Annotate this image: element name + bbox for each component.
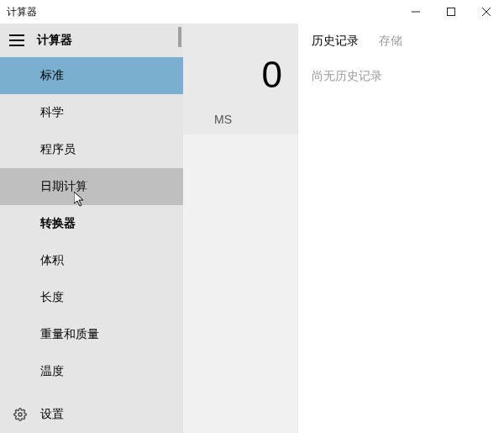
window-controls <box>398 0 504 24</box>
menu-label: 日期计算 <box>40 179 87 194</box>
svg-point-7 <box>18 413 22 416</box>
mode-programmer[interactable]: 程序员 <box>0 131 183 168</box>
titlebar: 计算器 <box>0 0 504 24</box>
sidebar-scrollbar[interactable] <box>176 24 183 433</box>
settings-label: 设置 <box>34 407 64 422</box>
tab-memory[interactable]: 存储 <box>379 34 402 49</box>
hamburger-icon[interactable] <box>0 24 34 57</box>
main-area: 计算器 标准 科学 程序员 日期计算 转换器 体积 长度 重量和质量 温度 能量… <box>0 24 297 433</box>
close-button[interactable] <box>469 0 504 24</box>
menu-label: 科学 <box>40 105 64 120</box>
menu-list: 标准 科学 程序员 日期计算 转换器 体积 长度 重量和质量 温度 能量 <box>0 57 183 396</box>
history-empty-text: 尚无历史记录 <box>312 69 491 84</box>
converter-length[interactable]: 长度 <box>0 279 183 316</box>
history-panel: 历史记录 存储 尚无历史记录 <box>297 24 504 433</box>
mode-scientific[interactable]: 科学 <box>0 94 183 131</box>
app-name: 计算器 <box>34 33 72 48</box>
window-title: 计算器 <box>0 5 37 19</box>
menu-label: 体积 <box>40 253 64 268</box>
menu-label: 重量和质量 <box>40 327 99 342</box>
menu-label: 长度 <box>40 290 64 305</box>
converter-header: 转换器 <box>0 205 183 242</box>
gear-icon <box>7 408 34 421</box>
menu-label: 温度 <box>40 364 64 379</box>
nav-sidebar: 计算器 标准 科学 程序员 日期计算 转换器 体积 长度 重量和质量 温度 能量… <box>0 24 183 433</box>
tab-history[interactable]: 历史记录 <box>312 34 359 49</box>
converter-temperature[interactable]: 温度 <box>0 353 183 390</box>
converter-volume[interactable]: 体积 <box>0 242 183 279</box>
svg-rect-1 <box>448 8 455 16</box>
menu-label: 程序员 <box>40 142 76 157</box>
mode-standard[interactable]: 标准 <box>0 57 183 94</box>
maximize-button[interactable] <box>433 0 469 24</box>
minimize-button[interactable] <box>398 0 433 24</box>
mode-date-calculation[interactable]: 日期计算 <box>0 168 183 205</box>
menu-label: 标准 <box>40 68 64 83</box>
history-tabs: 历史记录 存储 <box>312 34 491 49</box>
converter-weight[interactable]: 重量和质量 <box>0 316 183 353</box>
converter-energy[interactable]: 能量 <box>0 390 183 396</box>
settings-button[interactable]: 设置 <box>0 396 183 433</box>
